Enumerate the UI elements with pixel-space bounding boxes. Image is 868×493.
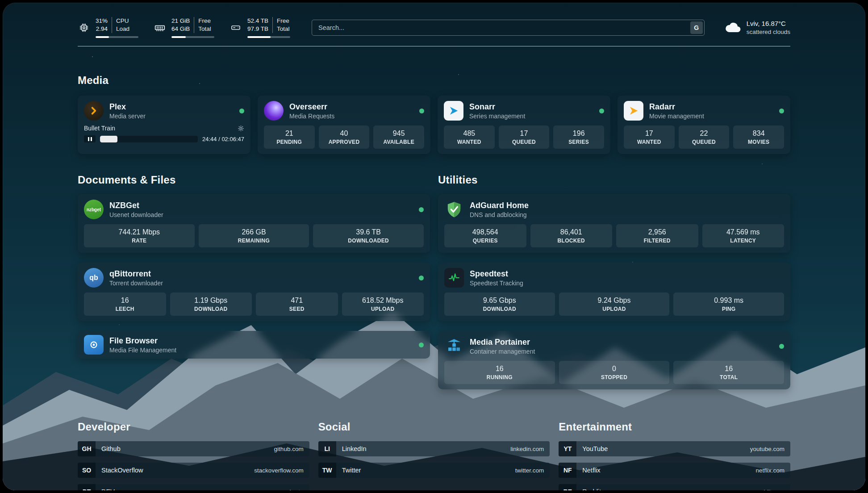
bookmark-stackoverflow[interactable]: SO StackOverflow stackoverflow.com xyxy=(78,463,309,478)
search-input[interactable] xyxy=(312,20,705,36)
ram-free-label: Free xyxy=(198,17,211,25)
cpu-load-label: Load xyxy=(116,25,129,33)
sonarr-stat-queued: 17 QUEUED xyxy=(499,125,550,149)
weather-condition: scattered clouds xyxy=(747,28,790,36)
portainer-stat-running: 16 RUNNING xyxy=(444,361,555,384)
filebrowser-status-dot xyxy=(419,343,424,347)
netflix-icon: NF xyxy=(559,463,576,478)
filebrowser-title: File Browser xyxy=(109,336,176,346)
top-bar: 31% 2.94 CPU Load xyxy=(78,3,790,38)
media-section: Media Plex Media server xyxy=(78,74,790,154)
sonarr-stat-wanted: 485 WANTED xyxy=(444,125,495,149)
overseerr-status-dot xyxy=(419,109,424,113)
ram-total-value: 64 GiB xyxy=(171,25,190,33)
sonarr-card[interactable]: Sonarr Series management 485 WANTED 17 Q… xyxy=(438,96,610,154)
cpu-label: CPU xyxy=(116,17,129,25)
cpu-widget: 31% 2.94 CPU Load xyxy=(78,17,138,38)
bookmark-url: twitter.com xyxy=(515,463,550,478)
bookmark-name: DEV xyxy=(96,484,288,490)
documents-heading: Documents & Files xyxy=(78,174,430,186)
qbittorrent-subtitle: Torrent downloader xyxy=(109,279,163,287)
radarr-subtitle: Movie management xyxy=(649,112,704,120)
adguard-title: AdGuard Home xyxy=(470,201,529,211)
speedtest-stat-upload: 9.24 Gbps UPLOAD xyxy=(559,292,670,316)
adguard-subtitle: DNS and adblocking xyxy=(470,211,529,219)
bookmark-group-developer: Developer GH Github github.com SO StackO… xyxy=(78,421,309,490)
portainer-subtitle: Container management xyxy=(470,347,535,355)
topbar-divider xyxy=(78,46,790,46)
overseerr-stat-available: 945 AVAILABLE xyxy=(373,125,424,149)
cpu-progress-fill xyxy=(96,36,109,38)
github-icon: GH xyxy=(78,441,96,456)
speedtest-stat-download: 9.65 Gbps DOWNLOAD xyxy=(444,292,555,316)
bookmark-url: netflix.com xyxy=(755,463,790,478)
plex-card[interactable]: Plex Media server Bullet Train xyxy=(78,96,250,154)
portainer-stat-total: 16 TOTAL xyxy=(673,361,784,384)
bookmark-url: linkedin.com xyxy=(510,441,550,456)
nzbget-title: NZBGet xyxy=(109,201,163,211)
plex-playback-time: 24:44 / 02:06:47 xyxy=(202,136,244,142)
speedtest-card[interactable]: Speedtest Speedtest Tracking 9.65 Gbps D… xyxy=(438,263,790,321)
disk-total-value: 97.9 TB xyxy=(247,25,268,33)
nzbget-card[interactable]: nzbget NZBGet Usenet downloader 744.21 M… xyxy=(78,194,430,253)
plex-status-dot xyxy=(239,109,244,113)
youtube-icon: YT xyxy=(559,441,576,456)
overseerr-card[interactable]: Overseerr Media Requests 21 PENDING 40 A… xyxy=(258,96,430,154)
bookmark-name: YouTube xyxy=(576,441,750,456)
bookmark-twitter[interactable]: TW Twitter twitter.com xyxy=(318,463,550,478)
stackoverflow-icon: SO xyxy=(78,463,96,478)
adguard-card[interactable]: AdGuard Home DNS and adblocking 498,564 … xyxy=(438,194,790,253)
disk-progress-fill xyxy=(247,36,271,38)
portainer-card[interactable]: Media Portainer Container management 16 … xyxy=(438,331,790,389)
bookmark-name: Twitter xyxy=(336,463,515,478)
linkedin-icon: LI xyxy=(318,441,336,456)
qbittorrent-icon: qb xyxy=(84,268,104,288)
bookmark-youtube[interactable]: YT YouTube youtube.com xyxy=(559,441,790,456)
speedtest-stat-ping: 0.993 ms PING xyxy=(673,292,784,316)
bookmark-reddit[interactable]: RE Reddit reddit.com xyxy=(559,484,790,490)
disk-widget: 52.4 TB 97.9 TB Free Total xyxy=(230,17,290,38)
radarr-title: Radarr xyxy=(649,102,704,112)
bookmark-dev[interactable]: DT DEV dev.to xyxy=(78,484,309,490)
pause-button[interactable] xyxy=(84,135,96,142)
dev-icon: DT xyxy=(78,484,96,490)
plex-progress-fill xyxy=(100,136,117,142)
nzbget-stat-rate: 744.21 Mbps RATE xyxy=(84,224,195,247)
qbittorrent-card[interactable]: qb qBittorrent Torrent downloader 16 LEE… xyxy=(78,263,430,321)
bookmark-linkedin[interactable]: LI LinkedIn linkedin.com xyxy=(318,441,550,456)
radarr-stat-movies: 834 MOVIES xyxy=(733,125,784,149)
gear-icon[interactable] xyxy=(238,125,244,132)
qbittorrent-stat-download: 1.19 Gbps DOWNLOAD xyxy=(170,292,252,316)
bookmark-name: Netflix xyxy=(576,463,755,478)
documents-column: Documents & Files nzbget NZBGet Usenet d… xyxy=(78,174,430,359)
bookmark-url: github.com xyxy=(274,441,309,456)
system-metrics: 31% 2.94 CPU Load xyxy=(78,17,290,38)
overseerr-stat-pending: 21 PENDING xyxy=(264,125,315,149)
ram-free-value: 21 GiB xyxy=(171,17,190,25)
ram-widget: 21 GiB 64 GiB Free Total xyxy=(154,17,214,38)
radarr-icon xyxy=(624,101,643,121)
search-engine-button[interactable]: G xyxy=(690,21,703,34)
bookmark-github[interactable]: GH Github github.com xyxy=(78,441,309,456)
developer-heading: Developer xyxy=(78,421,309,433)
ram-progress-fill xyxy=(171,36,186,38)
portainer-status-dot xyxy=(779,344,784,349)
sonarr-subtitle: Series management xyxy=(469,112,525,120)
search-bar: G xyxy=(312,20,705,36)
radarr-card[interactable]: Radarr Movie management 17 WANTED 22 QUE… xyxy=(618,96,790,154)
adguard-stat-filtered: 2,956 FILTERED xyxy=(616,224,698,247)
ram-total-label: Total xyxy=(198,25,211,33)
ram-progress-track xyxy=(171,36,214,38)
bookmark-url: stackoverflow.com xyxy=(254,463,309,478)
adguard-stat-latency: 47.569 ms LATENCY xyxy=(702,224,785,247)
nzbget-stat-downloaded: 39.6 TB DOWNLOADED xyxy=(313,224,424,247)
bookmark-netflix[interactable]: NF Netflix netflix.com xyxy=(559,463,790,478)
plex-icon xyxy=(84,101,104,121)
disk-total-label: Total xyxy=(277,25,290,33)
speedtest-title: Speedtest xyxy=(470,269,523,279)
bookmark-url: dev.to xyxy=(288,484,309,490)
adguard-icon xyxy=(444,200,464,219)
reddit-icon: RE xyxy=(559,484,576,490)
plex-progress-track[interactable] xyxy=(100,136,198,142)
filebrowser-card[interactable]: File Browser Media File Management xyxy=(78,331,430,359)
